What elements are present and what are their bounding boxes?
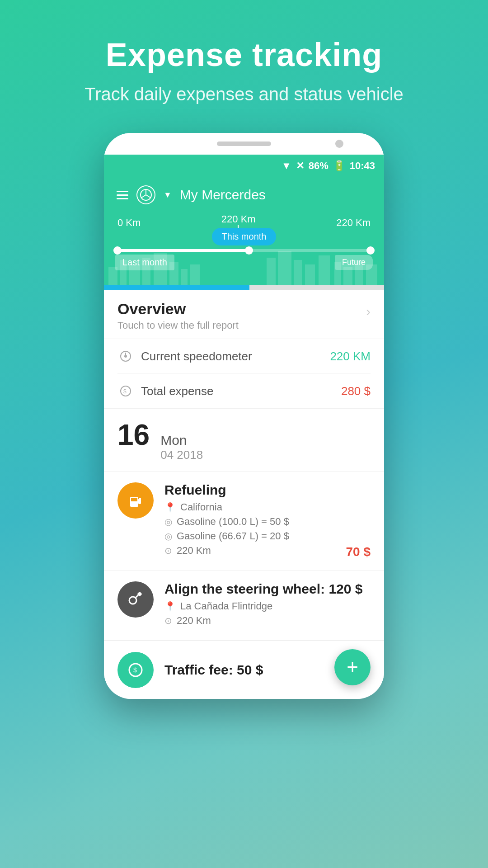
- track-filled: [117, 249, 249, 252]
- steering-location: 📍 La Cañada Flintridge: [164, 600, 371, 612]
- battery-icon: 🔋: [333, 160, 345, 172]
- signs-row: Last month Future: [113, 255, 375, 270]
- svg-text:$: $: [123, 388, 127, 395]
- fab-plus-icon: +: [347, 657, 358, 677]
- progress-divider: [104, 285, 384, 290]
- this-month-bubble: This month: [212, 228, 277, 245]
- stat-expense: $ Total expense 280 $: [117, 374, 371, 408]
- date-weekday: Mon: [160, 433, 203, 448]
- steering-km: ⊙ 220 Km: [164, 615, 371, 627]
- hamburger-menu[interactable]: [117, 191, 128, 199]
- km-label-right: 220 Km: [336, 217, 371, 229]
- overview-subtitle: Touch to view the full report: [117, 320, 239, 331]
- timeline-track: [117, 249, 371, 252]
- fuel-icon: [117, 482, 154, 519]
- track-line: [117, 249, 371, 252]
- gauge-icon-2: ◎: [164, 531, 172, 542]
- track-dot-end: [366, 246, 375, 255]
- date-month-year: 04 2018: [160, 448, 203, 462]
- expense-icon: $: [117, 383, 134, 399]
- battery-percent: 86%: [309, 160, 328, 172]
- refueling-amount: 70 $: [346, 531, 371, 559]
- refueling-km: ⊙ 220 Km: [164, 545, 335, 557]
- svg-text:$: $: [133, 666, 137, 674]
- traffic-fee-icon: $: [117, 652, 154, 688]
- car-logo: [136, 185, 155, 204]
- hero-section: Expense tracking Track daily expenses an…: [84, 0, 404, 133]
- car-name: My Mercerdes: [180, 187, 266, 203]
- future-sign: Future: [335, 255, 373, 270]
- time-display: 10:43: [350, 160, 375, 172]
- refueling-gasoline1: ◎ Gasoline (100.0 L) = 50 $: [164, 516, 335, 528]
- content-area: Overview Touch to view the full report ›: [104, 290, 384, 699]
- wifi-icon: ▼: [282, 160, 291, 172]
- steering-details: Align the steering wheel: 120 $ 📍 La Cañ…: [164, 581, 371, 629]
- phone-notch: [104, 133, 384, 155]
- service-icon: [117, 581, 154, 618]
- refueling-gasoline2: ◎ Gasoline (66.67 L) = 20 $: [164, 530, 335, 542]
- transaction-refueling[interactable]: Refueling 📍 California ◎ Gasoline (100.0…: [104, 472, 384, 571]
- svg-rect-29: [139, 498, 141, 500]
- signal-icon: ✕: [296, 160, 304, 172]
- date-day: 16: [117, 420, 150, 449]
- refueling-details: Refueling 📍 California ◎ Gasoline (100.0…: [164, 482, 335, 559]
- stats-row: Current speedometer 220 KM $ Total expen…: [104, 339, 384, 409]
- speedometer-icon-sm-2: ⊙: [164, 615, 172, 626]
- svg-line-3: [146, 195, 151, 198]
- location-icon: 📍: [164, 502, 176, 513]
- km-label-left: 0 Km: [117, 217, 141, 229]
- speedometer-icon: [117, 348, 134, 364]
- transaction-steering[interactable]: Align the steering wheel: 120 $ 📍 La Cañ…: [104, 571, 384, 641]
- speedometer-icon-sm: ⊙: [164, 545, 172, 556]
- track-dot-center: [245, 246, 253, 255]
- track-dot-start: [113, 246, 122, 255]
- last-month-sign: Last month: [115, 255, 174, 270]
- chevron-right-icon: ›: [366, 304, 371, 319]
- overview-text: Overview Touch to view the full report: [117, 300, 239, 331]
- svg-point-30: [129, 597, 136, 604]
- stat-speedometer: Current speedometer 220 KM: [117, 339, 371, 374]
- hero-title: Expense tracking: [84, 36, 404, 73]
- fab-add-button[interactable]: +: [334, 649, 371, 685]
- hero-subtitle: Track daily expenses and status vehicle: [84, 82, 404, 106]
- svg-rect-27: [131, 498, 137, 501]
- expense-label: Total expense: [141, 384, 213, 398]
- speedometer-label: Current speedometer: [141, 349, 252, 363]
- phone-speaker: [217, 142, 271, 146]
- location-icon-2: 📍: [164, 601, 176, 612]
- refueling-title: Refueling: [164, 482, 335, 498]
- dropdown-arrow-icon[interactable]: ▼: [164, 190, 172, 200]
- refueling-location: 📍 California: [164, 501, 335, 513]
- km-label-center: 220 Km: [221, 213, 256, 225]
- date-section: 16 Mon 04 2018: [104, 409, 384, 472]
- overview-section[interactable]: Overview Touch to view the full report ›: [104, 290, 384, 339]
- gauge-icon-1: ◎: [164, 516, 172, 527]
- traffic-fee-title: Traffic fee: 50 $: [164, 662, 263, 678]
- speedometer-value: 220 KM: [330, 349, 371, 363]
- status-icons: ▼ ✕ 86% 🔋 10:43: [282, 160, 375, 172]
- phone-mockup: ▼ ✕ 86% 🔋 10:43 ▼ My Mercerdes: [104, 133, 384, 699]
- mercedes-logo-icon: [140, 189, 152, 201]
- phone-camera: [335, 140, 343, 148]
- phone-content: Overview Touch to view the full report ›: [104, 290, 384, 699]
- steering-title: Align the steering wheel: 120 $: [164, 581, 371, 597]
- svg-rect-10: [181, 269, 188, 285]
- svg-point-22: [124, 355, 127, 358]
- app-header: ▼ My Mercerdes: [104, 177, 384, 212]
- svg-line-2: [141, 195, 146, 198]
- expense-value: 280 $: [341, 384, 371, 398]
- overview-title: Overview: [117, 300, 239, 318]
- status-bar: ▼ ✕ 86% 🔋 10:43: [104, 155, 384, 177]
- timeline-section: 0 Km 220 Km 220 Km This month: [104, 212, 384, 285]
